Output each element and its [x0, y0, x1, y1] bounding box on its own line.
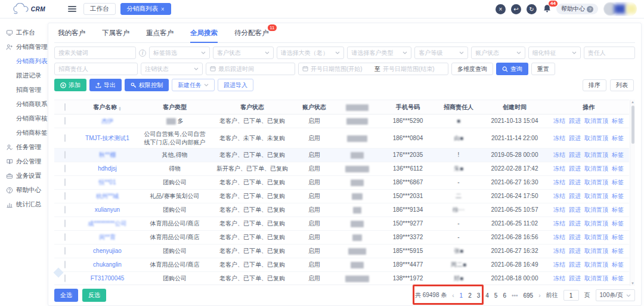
tab-pending-assignment[interactable]: 待分配客户11: [234, 29, 269, 38]
header-checkbox[interactable]: [64, 103, 66, 111]
op-link-follow-up[interactable]: 跟进: [569, 135, 581, 141]
input-investment-owner[interactable]: 招商责任人: [54, 63, 138, 75]
row-checkbox[interactable]: [64, 151, 66, 159]
op-link-cancel-pin[interactable]: 取消置顶: [584, 152, 608, 158]
customer-name-link[interactable]: FT31700045: [91, 275, 125, 282]
daterange-open-date-range[interactable]: 开号日期范围(开始)至开号日期范围(结束): [298, 63, 448, 75]
op-link-tag[interactable]: 标签: [612, 234, 624, 240]
tab-global-search[interactable]: 全局搜索: [190, 29, 218, 38]
op-link-tag[interactable]: 标签: [612, 179, 624, 186]
row-checkbox[interactable]: [64, 134, 66, 142]
sort-button[interactable]: 排序: [583, 79, 606, 91]
tab-key-customers[interactable]: 重点客户: [146, 29, 174, 38]
next-page-button[interactable]: ›: [538, 292, 540, 299]
query-button[interactable]: 查询: [496, 63, 528, 75]
op-link-follow-up[interactable]: 跟进: [569, 118, 581, 124]
op-link-tag[interactable]: 标签: [612, 193, 624, 199]
op-link-freeze[interactable]: 冻结: [553, 206, 565, 213]
op-link-freeze[interactable]: 冻结: [553, 261, 565, 268]
date-last-follow-time[interactable]: 最后跟进时间: [206, 63, 295, 75]
op-link-tag[interactable]: 标签: [612, 220, 624, 227]
op-link-follow-up[interactable]: 跟进: [569, 179, 581, 186]
customer-name-link[interactable]: xulianyun: [95, 206, 120, 213]
op-link-cancel-pin[interactable]: 取消置顶: [584, 165, 608, 172]
op-link-follow-up[interactable]: 跟进: [569, 275, 581, 282]
tab-subordinate-customers[interactable]: 下属客户: [102, 29, 129, 38]
op-link-tag[interactable]: 标签: [612, 206, 624, 213]
row-checkbox[interactable]: [64, 165, 66, 172]
op-link-cancel-pin[interactable]: 取消置顶: [584, 206, 608, 213]
page-size-select[interactable]: 100条/页: [596, 289, 635, 301]
hamburger-menu-icon[interactable]: [68, 5, 76, 14]
op-link-freeze[interactable]: 冻结: [553, 234, 565, 240]
add-button[interactable]: 添加: [54, 79, 86, 91]
input-search-keyword[interactable]: 搜索关键词: [54, 47, 136, 59]
notification-bell-icon[interactable]: 44: [543, 4, 551, 14]
follow-import-button[interactable]: 跟进导入: [218, 79, 253, 91]
op-link-follow-up[interactable]: 跟进: [569, 248, 581, 254]
user-avatar[interactable]: [603, 2, 637, 16]
page-number-695[interactable]: 695: [524, 292, 534, 299]
op-link-cancel-pin[interactable]: 取消置顶: [584, 135, 608, 141]
page-number-5[interactable]: 5: [494, 292, 498, 299]
op-link-follow-up[interactable]: 跟进: [569, 261, 581, 268]
op-link-cancel-pin[interactable]: 取消置顶: [584, 275, 608, 282]
op-link-freeze[interactable]: 冻结: [553, 165, 565, 172]
row-checkbox[interactable]: [64, 117, 66, 125]
op-link-follow-up[interactable]: 跟进: [569, 234, 581, 240]
customer-name-link[interactable]: chenyujiao: [93, 248, 122, 254]
op-link-tag[interactable]: 标签: [612, 118, 624, 124]
input-owner-person[interactable]: 责任人: [584, 47, 635, 59]
reset-button[interactable]: 重置: [531, 63, 555, 75]
refresh-icon[interactable]: ↻: [527, 4, 537, 14]
sort-icon[interactable]: ▲▼: [118, 106, 121, 111]
undo-arrow-icon[interactable]: ↩: [511, 4, 521, 14]
op-link-tag[interactable]: 标签: [612, 135, 624, 141]
op-link-freeze[interactable]: 冻结: [553, 248, 565, 254]
page-number-3[interactable]: 3: [477, 292, 481, 299]
op-link-tag[interactable]: 标签: [612, 261, 624, 268]
close-tab-icon[interactable]: ×: [161, 6, 165, 13]
customer-name-link[interactable]: TMJT-技术测试1: [85, 135, 129, 141]
select-refined-feature[interactable]: 细化特征: [528, 47, 581, 59]
table-scrollbar[interactable]: ▲ ▼: [630, 100, 635, 286]
select-customer-level[interactable]: 客户等级: [414, 47, 468, 59]
row-checkbox[interactable]: [64, 178, 66, 186]
op-link-cancel-pin[interactable]: 取消置顶: [584, 248, 608, 254]
customer-name-link[interactable]: 恒**01: [99, 179, 116, 186]
op-link-follow-up[interactable]: 跟进: [569, 220, 581, 227]
op-link-tag[interactable]: 标签: [612, 165, 624, 172]
permission-control-button[interactable]: 权限控制: [125, 79, 169, 91]
prev-page-button[interactable]: ‹: [452, 292, 454, 299]
page-number-1[interactable]: 1: [460, 292, 463, 299]
row-checkbox[interactable]: [64, 206, 66, 214]
op-link-follow-up[interactable]: 跟进: [569, 165, 581, 172]
help-center-button[interactable]: 帮助中心 ?: [556, 4, 598, 14]
window-tab-distributor-list[interactable]: 分销商列表×: [120, 3, 171, 15]
invert-select-button[interactable]: 反选: [82, 289, 106, 302]
op-link-freeze[interactable]: 冻结: [553, 193, 565, 199]
op-link-freeze[interactable]: 冻结: [553, 152, 565, 158]
op-link-cancel-pin[interactable]: 取消置顶: [584, 234, 608, 240]
select-major-category[interactable]: 请选择大类（老）: [277, 47, 345, 59]
window-tab-workbench[interactable]: 工作台: [83, 3, 116, 15]
row-checkbox[interactable]: [64, 274, 66, 282]
customer-name-link[interactable]: hdhdjsj: [98, 165, 117, 172]
op-link-cancel-pin[interactable]: 取消置顶: [584, 193, 608, 199]
op-link-tag[interactable]: 标签: [612, 248, 624, 254]
row-checkbox[interactable]: [64, 192, 66, 200]
scrollbar-thumb[interactable]: [631, 106, 634, 144]
export-button[interactable]: 导出: [89, 79, 122, 91]
customer-name-link[interactable]: chukanglin: [93, 261, 122, 268]
op-link-cancel-pin[interactable]: 取消置顶: [584, 220, 608, 227]
select-account-status[interactable]: 账户状态: [471, 47, 525, 59]
op-link-freeze[interactable]: 冻结: [553, 118, 565, 124]
new-task-button[interactable]: 新建任务: [172, 79, 215, 91]
tab-my-customers[interactable]: 我的客户: [58, 29, 85, 38]
close-circle-icon[interactable]: ×: [496, 4, 506, 14]
select-customer-status[interactable]: 客户状态: [213, 47, 274, 59]
select-all-button[interactable]: 全选: [54, 289, 78, 302]
multi-dim-query-button[interactable]: 多维度查询: [451, 63, 493, 75]
customer-name-link[interactable]: 闵**育: [99, 234, 116, 240]
op-link-freeze[interactable]: 冻结: [553, 135, 565, 141]
